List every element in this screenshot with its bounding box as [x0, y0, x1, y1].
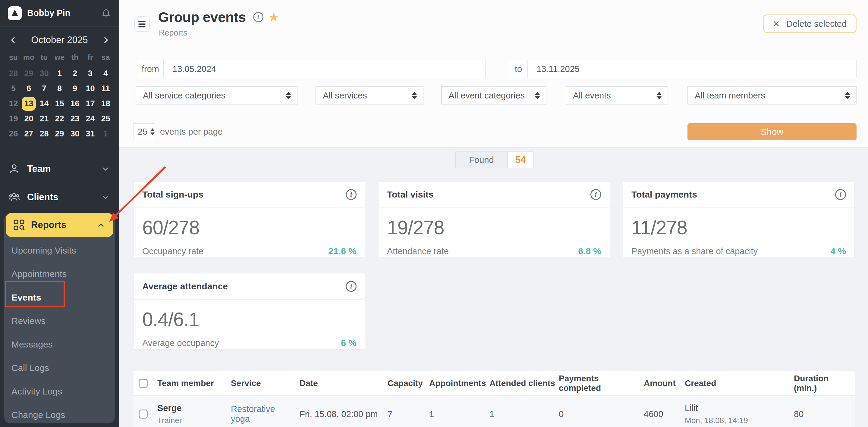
calendar-day[interactable]: 30 — [36, 66, 52, 81]
calendar-weekday-label: mo — [21, 53, 36, 62]
calendar-day[interactable]: 20 — [21, 111, 36, 126]
calendar-day[interactable]: 28 — [6, 66, 21, 81]
calendar-day[interactable]: 14 — [36, 96, 52, 111]
row-checkbox[interactable] — [138, 409, 148, 419]
sidebar: Bobby Pin October 2025 sumotuwethfrsa 28… — [0, 0, 119, 427]
column-header-service: Service — [231, 379, 300, 388]
sidebar-item-activity-logs[interactable]: Activity Logs — [4, 380, 115, 403]
services-select[interactable]: All services — [315, 87, 424, 104]
info-icon[interactable]: i — [835, 189, 846, 200]
found-label: Found — [456, 152, 508, 168]
calendar-day[interactable]: 29 — [21, 66, 36, 81]
calendar-day[interactable]: 15 — [52, 96, 67, 111]
info-icon[interactable]: i — [346, 281, 356, 292]
team-members-select[interactable]: All team members — [687, 87, 857, 104]
calendar-day[interactable]: 17 — [83, 96, 98, 111]
calendar-day[interactable]: 31 — [83, 126, 98, 141]
calendar-day[interactable]: 23 — [67, 111, 83, 126]
sidebar-item-messages[interactable]: Messages — [4, 333, 115, 356]
calendar-day[interactable]: 19 — [6, 111, 21, 126]
calendar-day[interactable]: 8 — [52, 81, 67, 96]
calendar-day[interactable]: 25 — [98, 111, 113, 126]
sidebar-item-team[interactable]: Team — [0, 156, 119, 182]
info-icon[interactable]: i — [253, 12, 264, 22]
calendar-day[interactable]: 1 — [98, 126, 113, 141]
reports-submenu: Upcoming VisitsAppointmentsEventsReviews… — [4, 239, 115, 427]
stat-value: 11/278 — [631, 217, 846, 239]
calendar-weekday-label: su — [6, 53, 21, 62]
calendar-day[interactable]: 24 — [83, 111, 98, 126]
chevron-down-icon — [100, 164, 111, 174]
calendar-day[interactable]: 27 — [21, 126, 36, 141]
stat-percent: 6.8 % — [578, 246, 601, 256]
sidebar-item-label: Reports — [31, 220, 66, 230]
sidebar-item-change-logs[interactable]: Change Logs — [4, 403, 115, 427]
sidebar-item-label: Team — [27, 164, 51, 174]
sidebar-item-appointments[interactable]: Appointments — [4, 262, 115, 286]
sidebar-item-clients[interactable]: Clients — [0, 184, 119, 210]
info-icon[interactable]: i — [346, 189, 356, 200]
calendar-day[interactable]: 30 — [67, 126, 83, 141]
select-arrows-icon — [657, 92, 661, 99]
delete-selected-button[interactable]: ✕ Delete selected — [763, 14, 857, 33]
stat-label: Payments as a share of capacity — [631, 246, 758, 256]
calendar-weekday-label: we — [52, 53, 67, 62]
calendar-day[interactable]: 9 — [67, 81, 83, 96]
calendar-day[interactable]: 1 — [52, 66, 67, 81]
service-categories-select[interactable]: All service categories — [135, 87, 298, 104]
notifications-bell-icon[interactable] — [101, 8, 111, 19]
table-body: SergeTrainerRestorative yogaFri, 15.08, … — [133, 396, 855, 427]
select-all-checkbox[interactable] — [138, 379, 148, 388]
column-header-created: Created — [685, 379, 794, 388]
calendar-next-button[interactable] — [99, 33, 113, 47]
service-link[interactable]: Restorative yoga — [231, 404, 300, 424]
stat-title: Total payments — [631, 189, 697, 200]
calendar-day[interactable]: 5 — [6, 81, 21, 96]
favorite-star-icon[interactable]: ★ — [268, 11, 280, 24]
sidebar-item-upcoming-visits[interactable]: Upcoming Visits — [4, 239, 115, 262]
calendar-day[interactable]: 4 — [98, 66, 113, 81]
events-select[interactable]: All events — [566, 87, 668, 104]
calendar-day[interactable]: 11 — [98, 81, 113, 96]
menu-toggle-button[interactable] — [134, 16, 150, 32]
found-badge: Found 54 — [455, 152, 534, 168]
select-value: All service categories — [143, 91, 225, 101]
calendar-day[interactable]: 6 — [21, 81, 36, 96]
show-button[interactable]: Show — [687, 123, 857, 140]
main-content: Group events i ★ Reports ✕ Delete select… — [119, 0, 868, 427]
calendar-day[interactable]: 7 — [36, 81, 52, 96]
date-from-field[interactable]: from 13.05.2024 — [137, 60, 486, 78]
sidebar-item-call-logs[interactable]: Call Logs — [4, 356, 115, 380]
event-categories-select[interactable]: All event categories — [441, 87, 547, 104]
calendar-day[interactable]: 10 — [83, 81, 98, 96]
calendar-day[interactable]: 22 — [52, 111, 67, 126]
cell-appointments: 1 — [429, 409, 490, 419]
calendar-day[interactable]: 29 — [52, 126, 67, 141]
select-value: All events — [573, 91, 611, 101]
per-page-label: events per page — [160, 123, 223, 140]
calendar-day[interactable]: 18 — [98, 96, 113, 111]
delete-selected-label: Delete selected — [786, 19, 846, 29]
stat-label: Attendance rate — [387, 246, 449, 256]
cell-attended: 1 — [490, 409, 559, 419]
calendar-prev-button[interactable] — [7, 33, 20, 47]
sidebar-item-reports[interactable]: Reports — [6, 213, 113, 237]
calendar-day[interactable]: 28 — [36, 126, 52, 141]
per-page-select[interactable]: 25 — [133, 123, 154, 140]
sidebar-item-events[interactable]: Events — [4, 286, 115, 309]
calendar-day[interactable]: 13 — [21, 96, 36, 111]
calendar-day[interactable]: 3 — [83, 66, 98, 81]
stat-label: Occupancy rate — [142, 246, 204, 256]
calendar-day[interactable]: 12 — [6, 96, 21, 111]
stat-value: 60/278 — [142, 217, 356, 239]
team-member-name: Serge — [157, 403, 227, 413]
date-to-field[interactable]: to 13.11.2025 — [509, 60, 857, 78]
sidebar-item-reviews[interactable]: Reviews — [4, 309, 115, 333]
calendar-day[interactable]: 16 — [67, 96, 83, 111]
info-icon[interactable]: i — [590, 189, 601, 200]
calendar-day[interactable]: 21 — [36, 111, 52, 126]
calendar-day[interactable]: 2 — [67, 66, 83, 81]
calendar-day[interactable]: 26 — [6, 126, 21, 141]
event-date: Fri, 15.08, 02:00 pm — [300, 409, 388, 419]
stat-percent: 6 % — [341, 338, 356, 348]
